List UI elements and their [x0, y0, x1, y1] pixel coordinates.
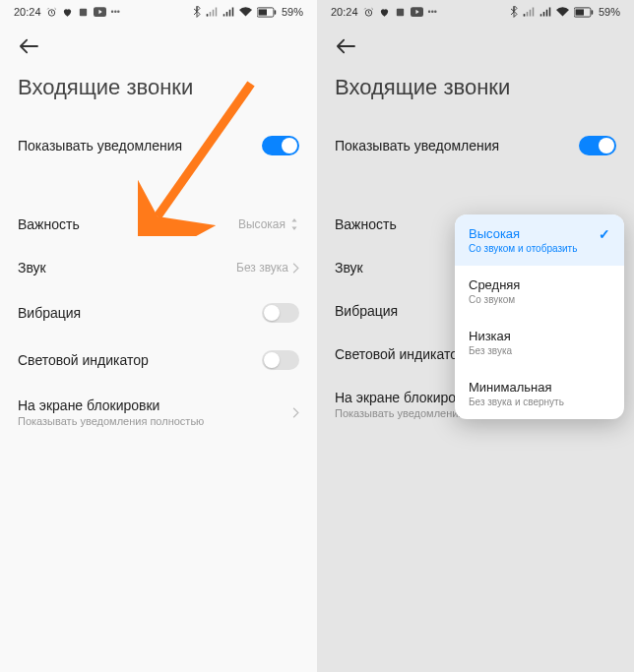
- back-button[interactable]: [0, 24, 317, 61]
- option-title: Минимальная: [469, 380, 564, 395]
- status-more-icon: •••: [111, 7, 120, 17]
- sound-label: Звук: [335, 260, 363, 275]
- row-show-notifications[interactable]: Показывать уведомления: [0, 122, 317, 169]
- row-led[interactable]: Световой индикатор: [0, 336, 317, 384]
- phone-screen-left: 20:24 ••• 59% Входящие звонки Показывать…: [0, 0, 317, 672]
- page-title: Входящие звонки: [317, 61, 634, 122]
- row-sound[interactable]: Звук Без звука: [0, 246, 317, 289]
- youtube-icon: [411, 7, 423, 17]
- importance-value: Высокая: [238, 217, 285, 231]
- back-button[interactable]: [317, 24, 634, 61]
- led-label: Световой индикатор: [335, 346, 466, 362]
- phone-screen-right: 20:24 ••• 59% Входящие звонки Показывать…: [317, 0, 634, 672]
- option-title: Средняя: [469, 277, 520, 292]
- heart-icon: [62, 7, 73, 18]
- popup-option-medium[interactable]: Средняя Со звуком: [455, 266, 624, 317]
- bluetooth-icon: [193, 6, 201, 18]
- sort-icon: [289, 218, 299, 230]
- row-show-notifications[interactable]: Показывать уведомления: [317, 122, 634, 169]
- app-square-icon: [395, 7, 406, 18]
- lockscreen-label: На экране блокировки: [18, 397, 204, 413]
- importance-label: Важность: [18, 216, 80, 232]
- show-notifications-toggle[interactable]: [262, 136, 299, 155]
- vibration-toggle[interactable]: [262, 303, 299, 323]
- arrow-left-icon: [335, 37, 356, 55]
- battery-percent: 59%: [282, 6, 303, 18]
- importance-popup: Высокая Со звуком и отобразить ✓ Средняя…: [455, 214, 624, 419]
- led-toggle[interactable]: [262, 350, 299, 370]
- lockscreen-sub: Показывать уведомления полностью: [18, 415, 204, 427]
- arrow-left-icon: [18, 37, 39, 55]
- signal-1-icon: [206, 7, 218, 17]
- wifi-icon: [239, 7, 252, 17]
- alarm-icon: [363, 7, 374, 18]
- popup-option-low[interactable]: Низкая Без звука: [455, 317, 624, 368]
- status-time: 20:24: [14, 6, 41, 18]
- status-more-icon: •••: [428, 7, 437, 17]
- svg-rect-5: [275, 10, 277, 15]
- chevron-right-icon: [292, 263, 299, 274]
- battery-icon: [574, 7, 594, 18]
- youtube-icon: [94, 7, 106, 17]
- bluetooth-icon: [510, 6, 518, 18]
- svg-rect-11: [576, 9, 584, 15]
- signal-2-icon: [539, 7, 551, 17]
- app-square-icon: [78, 7, 89, 18]
- sound-value: Без звука: [236, 261, 288, 275]
- led-label: Световой индикатор: [18, 352, 149, 368]
- row-importance[interactable]: Важность Высокая: [0, 203, 317, 246]
- alarm-icon: [46, 7, 57, 18]
- heart-icon: [379, 7, 390, 18]
- status-bar: 20:24 ••• 59%: [0, 0, 317, 24]
- vibration-label: Вибрация: [335, 303, 398, 319]
- status-time: 20:24: [331, 6, 358, 18]
- option-sub: Со звуком: [469, 294, 520, 305]
- check-icon: ✓: [599, 226, 610, 242]
- row-vibration[interactable]: Вибрация: [0, 289, 317, 336]
- show-notifications-toggle[interactable]: [579, 136, 616, 155]
- popup-option-minimal[interactable]: Минимальная Без звука и свернуть: [455, 368, 624, 419]
- battery-icon: [257, 7, 277, 18]
- option-title: Высокая: [469, 226, 577, 241]
- popup-option-high[interactable]: Высокая Со звуком и отобразить ✓: [455, 214, 624, 266]
- battery-percent: 59%: [599, 6, 620, 18]
- svg-rect-8: [396, 8, 403, 15]
- page-title: Входящие звонки: [0, 61, 317, 122]
- vibration-label: Вибрация: [18, 305, 81, 321]
- option-title: Низкая: [469, 329, 512, 343]
- show-notifications-label: Показывать уведомления: [18, 138, 182, 153]
- option-sub: Без звука и свернуть: [469, 397, 564, 407]
- chevron-right-icon: [292, 407, 299, 418]
- sound-label: Звук: [18, 260, 46, 275]
- svg-rect-4: [259, 9, 267, 15]
- show-notifications-label: Показывать уведомления: [335, 138, 499, 153]
- option-sub: Со звуком и отобразить: [469, 243, 577, 254]
- wifi-icon: [556, 7, 569, 17]
- option-sub: Без звука: [469, 345, 512, 356]
- signal-1-icon: [523, 7, 535, 17]
- signal-2-icon: [222, 7, 234, 17]
- importance-label: Важность: [335, 216, 397, 232]
- row-lockscreen[interactable]: На экране блокировки Показывать уведомле…: [0, 384, 317, 441]
- status-bar: 20:24 ••• 59%: [317, 0, 634, 24]
- svg-rect-12: [592, 10, 594, 15]
- svg-rect-1: [79, 8, 86, 15]
